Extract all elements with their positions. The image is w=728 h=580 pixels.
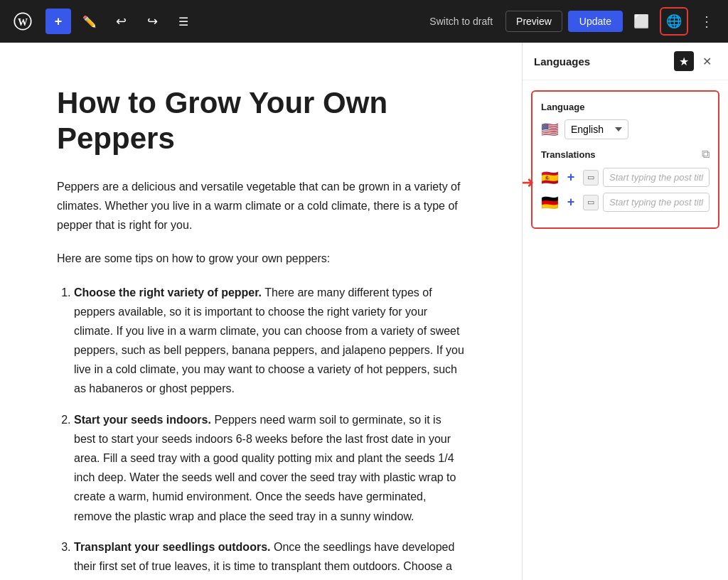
add-block-button[interactable]: + <box>46 9 71 34</box>
list-item: Transplant your seedlings outdoors. Once… <box>74 537 465 580</box>
undo-button[interactable]: ↩ <box>108 9 134 34</box>
redo-icon: ↪ <box>147 14 158 29</box>
svg-text:W: W <box>18 17 28 28</box>
post-body: Peppers are a delicious and versatile ve… <box>57 177 465 580</box>
edit-icon-es: ▭ <box>587 173 594 182</box>
right-panel: Languages ★ ✕ Language 🇺🇸 English Transl <box>522 43 728 580</box>
undo-icon: ↩ <box>116 14 127 29</box>
panel-header-actions: ★ ✕ <box>674 51 717 71</box>
list-item-2-bold: Start your seeds indoors. <box>74 414 211 426</box>
post-title[interactable]: How to Grow Your Own Peppers <box>57 85 465 157</box>
translation-row-es: 🇪🇸 + ▭ <box>541 168 710 187</box>
translate-icon: 🌐 <box>666 14 682 29</box>
add-german-translation-button[interactable]: + <box>563 195 579 210</box>
list-item: Choose the right variety of pepper. Ther… <box>74 283 465 399</box>
translation-row-de: 🇩🇪 + ▭ <box>541 193 710 212</box>
de-flag-icon: 🇩🇪 <box>541 195 559 210</box>
star-icon: ★ <box>679 55 689 68</box>
sidebar-toggle-button[interactable]: ⬜ <box>628 9 654 34</box>
wp-logo: W <box>9 7 37 36</box>
close-panel-button[interactable]: ✕ <box>697 51 717 71</box>
preview-button[interactable]: Preview <box>505 11 562 32</box>
list-item: Start your seeds indoors. Peppers need w… <box>74 410 465 526</box>
edit-mode-button[interactable]: ✏️ <box>77 9 102 34</box>
toolbar-right: Switch to draft Preview Update ⬜ 🌐 ⋮ <box>422 7 719 36</box>
toolbar: W + ✏️ ↩ ↪ ☰ Switch to draft Preview Upd… <box>0 0 728 43</box>
translate-plugin-button[interactable]: 🌐 <box>660 7 688 36</box>
language-section-label: Language <box>541 102 710 112</box>
panel-title: Languages <box>534 55 590 68</box>
translations-label: Translations <box>541 149 596 160</box>
red-arrow-annotation: ➜ <box>522 173 534 192</box>
translation-row-es-wrapper: ➜ 🇪🇸 + ▭ <box>541 168 710 187</box>
list-item-2-rest: Peppers need warm soil to germinate, so … <box>74 414 456 522</box>
language-row: 🇺🇸 English <box>541 119 710 139</box>
update-button[interactable]: Update <box>568 11 623 32</box>
editor-area: How to Grow Your Own Peppers Peppers are… <box>0 43 522 580</box>
language-select[interactable]: English <box>564 119 628 139</box>
more-options-button[interactable]: ⋮ <box>694 10 719 33</box>
sidebar-toggle-icon: ⬜ <box>633 14 649 29</box>
redo-button[interactable]: ↪ <box>139 9 165 34</box>
main-layout: How to Grow Your Own Peppers Peppers are… <box>0 43 728 580</box>
translations-header: Translations ⧉ <box>541 148 710 161</box>
edit-spanish-button[interactable]: ▭ <box>583 170 599 186</box>
list-item-1-rest: There are many different types of pepper… <box>74 286 464 395</box>
add-spanish-translation-button[interactable]: + <box>563 170 579 186</box>
post-tips-intro: Here are some tips on how to grow your o… <box>57 249 465 268</box>
language-section: Language 🇺🇸 English Translations ⧉ ➜ 🇪🇸 … <box>531 90 719 229</box>
more-icon: ⋮ <box>700 14 714 29</box>
star-button[interactable]: ★ <box>674 51 694 71</box>
switch-to-draft-button[interactable]: Switch to draft <box>422 11 500 31</box>
translation-rows-container: ➜ 🇪🇸 + ▭ 🇩🇪 + ▭ <box>541 168 710 212</box>
list-icon: ☰ <box>178 15 188 28</box>
post-list: Choose the right variety of pepper. Ther… <box>74 283 465 580</box>
edit-german-button[interactable]: ▭ <box>583 195 599 210</box>
post-intro: Peppers are a delicious and versatile ve… <box>57 177 465 235</box>
list-item-3-bold: Transplant your seedlings outdoors. <box>74 541 270 553</box>
edit-icon-de: ▭ <box>587 198 594 207</box>
copy-icon[interactable]: ⧉ <box>702 148 710 161</box>
panel-header: Languages ★ ✕ <box>523 43 728 80</box>
us-flag-icon: 🇺🇸 <box>541 122 559 136</box>
german-title-input[interactable] <box>603 193 710 212</box>
list-view-button[interactable]: ☰ <box>171 9 196 34</box>
close-icon: ✕ <box>702 55 712 68</box>
spanish-title-input[interactable] <box>603 168 710 187</box>
plus-icon: + <box>55 14 63 29</box>
pencil-icon: ✏️ <box>82 15 97 28</box>
list-item-1-bold: Choose the right variety of pepper. <box>74 286 262 299</box>
es-flag-icon: 🇪🇸 <box>541 171 559 185</box>
